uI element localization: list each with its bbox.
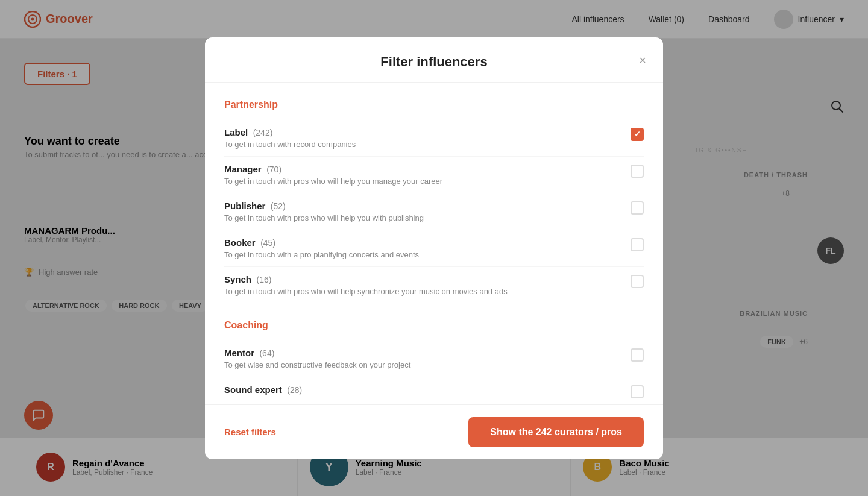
modal-body: Partnership Label (242) To get in touch … <box>205 83 663 404</box>
filter-mentor-count: (64) <box>259 348 274 358</box>
filter-sound-expert-count: (28) <box>287 385 302 395</box>
modal-close-button[interactable]: × <box>639 54 646 66</box>
filter-sound-expert-name: Sound expert <box>224 385 282 395</box>
filter-label-checkbox[interactable] <box>631 128 644 141</box>
filter-item-sound-expert: Sound expert (28) <box>224 377 644 404</box>
filter-booker-checkbox[interactable] <box>631 238 644 251</box>
modal-footer: Reset filters Show the 242 curators / pr… <box>205 404 663 459</box>
filter-mentor-checkbox[interactable] <box>631 348 644 362</box>
filter-publisher-desc: To get in touch with pros who will help … <box>224 213 424 222</box>
filter-publisher-checkbox[interactable] <box>631 201 644 215</box>
filter-label-desc: To get in touch with record companies <box>224 140 356 149</box>
coaching-title: Coaching <box>224 320 644 331</box>
filter-synch-info: Synch (16) To get in touch with pros who… <box>224 274 508 296</box>
modal-header: Filter influencers × <box>205 37 663 83</box>
filter-synch-checkbox[interactable] <box>631 275 644 288</box>
filter-booker-count: (45) <box>260 238 275 248</box>
filter-label-count: (242) <box>253 128 273 137</box>
filter-mentor-desc: To get wise and constructive feedback on… <box>224 360 410 369</box>
filter-item-label: Label (242) To get in touch with record … <box>224 120 644 157</box>
filter-item-publisher: Publisher (52) To get in touch with pros… <box>224 193 644 230</box>
section-gap <box>224 303 644 315</box>
filter-synch-count: (16) <box>256 275 271 284</box>
filter-modal: Filter influencers × Partnership Label (… <box>205 37 663 459</box>
filter-manager-count: (70) <box>266 165 281 174</box>
filter-sound-expert-info: Sound expert (28) <box>224 385 302 397</box>
filter-item-mentor: Mentor (64) To get wise and constructive… <box>224 341 644 377</box>
filter-label-name: Label <box>224 127 248 137</box>
filter-manager-name: Manager <box>224 164 262 174</box>
show-curators-button[interactable]: Show the 242 curators / pros <box>468 417 644 447</box>
filter-mentor-name: Mentor <box>224 348 254 358</box>
filter-booker-info: Booker (45) To get in touch with a pro p… <box>224 237 419 259</box>
filter-sound-expert-checkbox[interactable] <box>631 385 644 398</box>
filter-item-synch: Synch (16) To get in touch with pros who… <box>224 267 644 303</box>
filter-manager-desc: To get in touch with pros who will help … <box>224 177 442 186</box>
filter-publisher-count: (52) <box>271 201 286 211</box>
partnership-section: Partnership Label (242) To get in touch … <box>224 99 644 303</box>
filter-booker-name: Booker <box>224 237 256 248</box>
filter-mentor-info: Mentor (64) To get wise and constructive… <box>224 348 410 369</box>
filter-synch-desc: To get in touch with pros who will help … <box>224 287 508 296</box>
filter-manager-checkbox[interactable] <box>631 165 644 178</box>
modal-title: Filter influencers <box>224 54 644 70</box>
filter-item-manager: Manager (70) To get in touch with pros w… <box>224 157 644 193</box>
filter-publisher-info: Publisher (52) To get in touch with pros… <box>224 201 424 222</box>
filter-booker-desc: To get in touch with a pro planifying co… <box>224 250 419 259</box>
coaching-section: Coaching Mentor (64) To get wise and con… <box>224 320 644 404</box>
filter-synch-name: Synch <box>224 274 251 284</box>
filter-publisher-name: Publisher <box>224 201 265 211</box>
filter-item-booker: Booker (45) To get in touch with a pro p… <box>224 230 644 267</box>
partnership-title: Partnership <box>224 99 644 110</box>
filter-label-info: Label (242) To get in touch with record … <box>224 127 356 149</box>
reset-filters-button[interactable]: Reset filters <box>224 427 276 437</box>
filter-manager-info: Manager (70) To get in touch with pros w… <box>224 164 442 186</box>
